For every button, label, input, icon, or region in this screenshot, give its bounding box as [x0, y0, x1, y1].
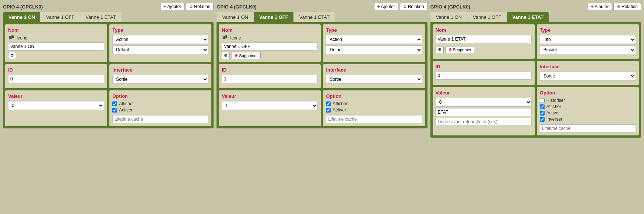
panel-1-type-select[interactable]: Action Info — [112, 35, 208, 44]
panel-3-option-box: Option Historiser Afficher Activer Inver… — [537, 87, 639, 135]
panel-3-afficher-row: Afficher — [540, 104, 636, 109]
panel-1-tab-2[interactable]: Vanne 1 ETAT — [80, 12, 121, 22]
panel-3-afficher-label: Afficher — [546, 104, 561, 109]
panel-2-interface-select[interactable]: Sortie Entrée — [326, 75, 422, 84]
panel-1-id-box: ID — [5, 64, 107, 88]
panel-2-ajouter-button[interactable]: Ajouter — [374, 3, 398, 10]
panel-1-id-input[interactable] — [8, 75, 104, 83]
panel-3-id-input[interactable] — [436, 72, 532, 80]
panel-2-tab-0[interactable]: Vanne 1 ON — [217, 12, 254, 22]
panel-2-tabs: Vanne 1 ON Vanne 1 OFF Vanne 1 ETAT — [217, 12, 427, 22]
panel-3-settings-row: ⚙ Supprimer — [436, 46, 532, 53]
panel-3-nom-input[interactable] — [436, 35, 532, 43]
panel-1-type-select2[interactable]: Défaut Binaire — [112, 45, 208, 54]
panel-2-body: Nom 🏴 Icone ⚙ Supprimer Type Action Info — [217, 22, 427, 128]
panel-1-type-box: Type Action Info Défaut Binaire — [109, 24, 211, 62]
panel-2-interface-label: Interface — [326, 67, 422, 73]
panel-3-inverser-label: Inverser — [546, 117, 562, 122]
panel-1-valeur-select[interactable]: 0 1 — [8, 101, 104, 110]
panel-2-type-select2[interactable]: Défaut Binaire — [326, 45, 422, 54]
panel-3-valeur-box: Valeur 0 1 — [433, 87, 535, 135]
panel-1-settings-button[interactable]: ⚙ — [8, 52, 16, 59]
panel-1-tab-1[interactable]: Vanne 1 OFF — [41, 12, 80, 22]
panel-2-activer-row: Activer — [326, 107, 422, 113]
panel-3-type-box: Type Info Action Binaire Défaut — [537, 24, 639, 59]
panel-3-body: Nom ⚙ Supprimer Type Info Action Binaire… — [430, 22, 641, 138]
panel-1-body: Nom 🏴 Icone ⚙ Type Action Info Défaut — [3, 22, 214, 128]
panel-1-interface-box: Interface Sortie Entrée — [109, 64, 211, 88]
panel-3-interface-label: Interface — [540, 64, 636, 69]
panel-1-afficher-row: Afficher — [112, 101, 208, 106]
panel-3-id-box: ID — [433, 61, 535, 85]
panel-3-historiser-label: Historiser — [546, 98, 565, 103]
panel-1-tab-0[interactable]: Vanne 1 ON — [3, 12, 41, 22]
panel-2-settings-button[interactable]: ⚙ — [222, 52, 230, 59]
panel-1-option-box: Option Afficher Activer — [109, 90, 211, 126]
panel-2-afficher-row: Afficher — [326, 101, 422, 106]
panel-3-lifetime-input[interactable] — [540, 124, 636, 132]
panel-3-settings-button[interactable]: ⚙ — [436, 46, 444, 53]
panel-3-nom-label: Nom — [436, 27, 532, 33]
panel-3-tab-2[interactable]: Vanne 1 ETAT — [507, 12, 549, 22]
panel-1-lifetime-input[interactable] — [112, 115, 208, 123]
panel-2-settings-row: ⚙ Supprimer — [222, 52, 318, 59]
panel-2: GPIO 4 (GPCLK0) Ajouter Relation Vanne 1… — [215, 1, 429, 139]
panel-3-nom-box: Nom ⚙ Supprimer — [433, 24, 535, 59]
panel-2-nom-input[interactable] — [222, 42, 318, 51]
panel-2-supprimer-button[interactable]: Supprimer — [232, 52, 261, 59]
panel-2-tab-2[interactable]: Vanne 1 ETAT — [294, 12, 335, 22]
panel-3-activer-row: Activer — [540, 110, 636, 115]
panel-2-nom-label: Nom — [222, 27, 318, 33]
panel-1-id-label: ID — [8, 67, 104, 73]
panel-3-activer-label: Activer — [546, 110, 560, 115]
panel-1-title: GPIO 4 (GPCLK0) — [3, 4, 43, 10]
panel-1-ajouter-button[interactable]: Ajouter — [160, 3, 184, 10]
panel-3-tab-1[interactable]: Vanne 1 OFF — [467, 12, 507, 22]
panel-2-flag-icon: 🏴 — [222, 35, 228, 41]
panel-3-tab-0[interactable]: Vanne 1 ON — [430, 12, 468, 22]
panel-3-etat-input[interactable] — [436, 108, 532, 116]
panel-1-settings-row: ⚙ — [8, 52, 104, 59]
panel-1-nom-label: Nom — [8, 27, 104, 33]
panel-3-id-label: ID — [436, 64, 532, 69]
panel-2-option-label: Option — [326, 93, 422, 99]
panel-2-tab-1[interactable]: Vanne 1 OFF — [254, 12, 294, 22]
panel-3-type-select[interactable]: Info Action — [540, 35, 636, 44]
panel-1-option-label: Option — [112, 93, 208, 99]
panel-3-type-label: Type — [540, 27, 636, 33]
panel-2-type-select[interactable]: Action Info — [326, 35, 422, 44]
panel-3-ajouter-button[interactable]: Ajouter — [588, 3, 612, 10]
panel-2-icone-label: Icone — [230, 35, 241, 41]
panel-1-nom-input[interactable] — [8, 42, 104, 51]
panel-3-historiser-checkbox[interactable] — [540, 98, 545, 103]
panel-2-header-buttons: Ajouter Relation — [374, 3, 427, 10]
panel-1-interface-select[interactable]: Sortie Entrée — [112, 75, 208, 84]
panel-2-activer-label: Activer — [332, 107, 346, 113]
panel-2-afficher-checkbox[interactable] — [326, 101, 331, 106]
panel-3-supprimer-button[interactable]: Supprimer — [446, 46, 475, 53]
panel-2-header: GPIO 4 (GPCLK0) Ajouter Relation — [217, 3, 427, 10]
panel-2-lifetime-input[interactable] — [326, 115, 422, 123]
panel-1-flag-icon: 🏴 — [8, 35, 14, 41]
panel-3-title: GPIO 4 (GPCLK0) — [430, 4, 470, 10]
panel-1-activer-checkbox[interactable] — [112, 108, 117, 113]
panel-2-relation-button[interactable]: Relation — [400, 3, 427, 10]
panel-2-type-box: Type Action Info Défaut Binaire — [323, 24, 425, 62]
panel-1-afficher-checkbox[interactable] — [112, 101, 117, 106]
panel-3-relation-button[interactable]: Relation — [613, 3, 641, 10]
panel-2-valeur-select[interactable]: 1 0 — [222, 101, 318, 110]
panel-3-inverser-checkbox[interactable] — [540, 117, 545, 122]
panel-3-valeur-select[interactable]: 0 1 — [436, 98, 532, 107]
panel-3-activer-checkbox[interactable] — [540, 111, 545, 115]
panel-3-duree-input[interactable] — [436, 118, 532, 126]
panel-3-afficher-checkbox[interactable] — [540, 104, 545, 109]
panel-3-interface-box: Interface Sortie Entrée — [537, 61, 639, 85]
panel-2-activer-checkbox[interactable] — [326, 108, 331, 113]
panel-2-id-input[interactable] — [222, 75, 318, 83]
panel-2-valeur-label: Valeur — [222, 93, 318, 99]
panel-1-relation-button[interactable]: Relation — [186, 3, 214, 10]
panel-3-interface-select[interactable]: Sortie Entrée — [540, 72, 636, 80]
panel-3-tabs: Vanne 1 ON Vanne 1 OFF Vanne 1 ETAT — [430, 12, 641, 22]
panel-3-historiser-row: Historiser — [540, 98, 636, 103]
panel-3-type-select2[interactable]: Binaire Défaut — [540, 45, 636, 54]
